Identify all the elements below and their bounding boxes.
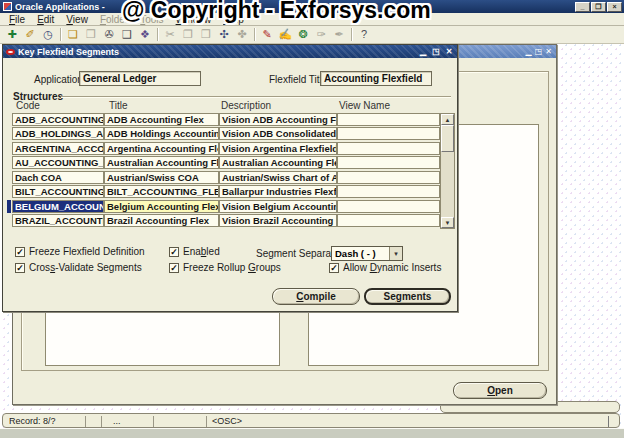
description-cell[interactable]: Vision Argentina Flexfield — [219, 142, 337, 155]
new-icon[interactable]: ✚ — [4, 27, 20, 42]
compile-button[interactable]: Compile — [272, 288, 360, 305]
dialog-minimize-icon[interactable]: ▁ — [418, 47, 428, 56]
title-cell[interactable]: Belgium Accounting Flex — [104, 200, 219, 213]
segment-separator-dropdown[interactable]: Dash ( - ) ▾ — [331, 246, 403, 261]
description-cell[interactable]: Australian Accounting Flex — [219, 156, 337, 169]
record-indicator — [7, 185, 11, 198]
translations-icon[interactable]: ❂ — [295, 27, 311, 42]
column-header-code: Code — [16, 100, 40, 111]
table-row: BRAZIL_ACCOUNTING Brazil Accounting Flex… — [3, 214, 459, 227]
flexfield-title-field[interactable]: Accounting Flexfield — [320, 71, 432, 86]
description-cell[interactable]: Vision Belgium Accounting Fl — [219, 200, 337, 213]
chevron-down-icon[interactable]: ▾ — [389, 247, 402, 260]
code-cell[interactable]: ADB_HOLDINGS_ACC — [12, 127, 104, 140]
taskbar-strip — [0, 428, 624, 438]
application-field[interactable]: General Ledger — [79, 71, 201, 86]
nav-minimize-button[interactable]: ▁ — [526, 47, 532, 56]
record-indicator — [7, 113, 11, 126]
paste-icon: ❒ — [198, 27, 214, 42]
code-cell[interactable]: AU_ACCOUNTING_FLE — [12, 156, 104, 169]
flexfield-title-label: Flexfield Title — [269, 74, 327, 85]
save-icon[interactable]: ❏ — [65, 27, 81, 42]
checkbox-freeze-flexfield-definition[interactable]: Freeze Flexfield Definition — [15, 246, 145, 257]
open-button[interactable]: Open — [453, 382, 547, 399]
restore-button[interactable]: ❐ — [591, 2, 606, 12]
dialog-titlebar[interactable]: Key Flexfield Segments ▁ ◳ ✕ — [3, 45, 457, 58]
view-name-cell[interactable] — [337, 156, 440, 169]
view-name-cell[interactable] — [337, 214, 440, 227]
view-name-cell[interactable] — [337, 171, 440, 184]
scrollbar-thumb[interactable] — [441, 125, 454, 152]
title-cell[interactable]: BILT_ACCOUNTING_FLEX — [104, 185, 219, 198]
scroll-down-icon[interactable]: ▼ — [441, 217, 454, 228]
key-flexfield-segments-dialog: Key Flexfield Segments ▁ ◳ ✕ Application… — [2, 44, 458, 312]
title-cell[interactable]: ADB Holdings Accounting Fle — [104, 127, 219, 140]
code-cell[interactable]: BELGIUM_ACCOUNTIN — [12, 200, 104, 213]
code-cell[interactable]: ADB_ACCOUNTING_FL — [12, 113, 104, 126]
view-name-cell[interactable] — [337, 142, 440, 155]
copyright-watermark: @ Copyright - Exforsys.com — [122, 0, 431, 24]
view-name-cell[interactable] — [337, 200, 440, 213]
title-cell[interactable]: ADB Accounting Flex — [104, 113, 219, 126]
record-indicator — [7, 142, 11, 155]
attachments-icon[interactable]: ✣ — [216, 27, 232, 42]
checkbox-icon[interactable] — [15, 263, 25, 273]
print-icon[interactable]: ✇ — [101, 27, 117, 42]
scroll-up-icon[interactable]: ▲ — [441, 114, 454, 125]
window-title: Oracle Applications - — [15, 2, 105, 12]
record-indicator — [7, 156, 11, 169]
checkbox-icon[interactable] — [329, 263, 339, 273]
checkbox-icon[interactable] — [15, 247, 25, 257]
title-cell[interactable]: Australian Accounting Flex — [104, 156, 219, 169]
checkbox-icon[interactable] — [169, 263, 179, 273]
view-name-cell[interactable] — [337, 127, 440, 140]
view-name-cell[interactable] — [337, 185, 440, 198]
cut-icon: ✂ — [162, 27, 178, 42]
view-name-cell[interactable] — [337, 113, 440, 126]
checkbox-enabled[interactable]: Enabled — [169, 246, 220, 257]
oracle-logo-icon — [6, 49, 15, 55]
segments-button[interactable]: Segments — [364, 288, 451, 305]
menu-file[interactable]: File — [3, 14, 31, 25]
title-cell[interactable]: Argentina Accounting Flex — [104, 142, 219, 155]
close-form-icon[interactable]: ❖ — [137, 27, 153, 42]
record-indicator — [7, 200, 11, 213]
folder-tools-icon: ✒ — [331, 27, 347, 42]
nav-restore-button[interactable]: ◳ — [535, 47, 543, 56]
print-setup-icon[interactable]: ❑ — [119, 27, 135, 42]
status-resize-grip — [608, 416, 609, 427]
checkbox-icon[interactable] — [169, 247, 179, 257]
checkbox-freeze-rollup-groups[interactable]: Freeze Rollup Groups — [169, 262, 281, 273]
application-label: Application — [34, 74, 83, 85]
code-cell[interactable]: Dach COA — [12, 171, 104, 184]
description-cell[interactable]: Vision ADB Consolidated Acc — [219, 127, 337, 140]
code-cell[interactable]: BRAZIL_ACCOUNTING — [12, 214, 104, 227]
dialog-restore-icon[interactable]: ◳ — [431, 47, 441, 56]
code-cell[interactable]: ARGENTINA_ACCOUN — [12, 142, 104, 155]
table-scrollbar[interactable]: ▲ ▼ — [440, 113, 455, 229]
close-button[interactable]: × — [607, 2, 622, 12]
dialog-title: Key Flexfield Segments — [18, 47, 119, 57]
zoom-icon[interactable]: ✍ — [277, 27, 293, 42]
table-row: ARGENTINA_ACCOUN Argentina Accounting Fl… — [3, 142, 459, 155]
code-cell[interactable]: BILT_ACCOUNTING_F — [12, 185, 104, 198]
find-icon[interactable]: ✐ — [22, 27, 38, 42]
status-separator — [101, 416, 102, 427]
toolbar-separator — [157, 28, 158, 41]
checkbox-allow-dynamic-inserts[interactable]: Allow Dynamic Inserts — [329, 262, 441, 273]
show-navigator-icon[interactable]: ◷ — [40, 27, 56, 42]
help-icon[interactable]: ? — [356, 27, 372, 42]
minimize-button[interactable]: _ — [575, 2, 590, 12]
menu-view[interactable]: View — [60, 14, 94, 25]
dialog-close-icon[interactable]: ✕ — [444, 47, 454, 56]
description-cell[interactable]: Ballarpur Industries Flexfield — [219, 185, 337, 198]
description-cell[interactable]: Vision Brazil Accounting Flex — [219, 214, 337, 227]
checkbox-cross-validate-segments[interactable]: Cross-Validate Segments — [15, 262, 142, 273]
title-cell[interactable]: Brazil Accounting Flex — [104, 214, 219, 227]
description-cell[interactable]: Vision ADB Accounting Flexfi — [219, 113, 337, 126]
title-cell[interactable]: Austrian/Swiss COA — [104, 171, 219, 184]
menu-edit[interactable]: Edit — [31, 14, 60, 25]
description-cell[interactable]: Austrian/Swiss Chart of Accou — [219, 171, 337, 184]
edit-icon[interactable]: ✎ — [259, 27, 275, 42]
nav-close-button[interactable]: ✕ — [545, 47, 552, 56]
